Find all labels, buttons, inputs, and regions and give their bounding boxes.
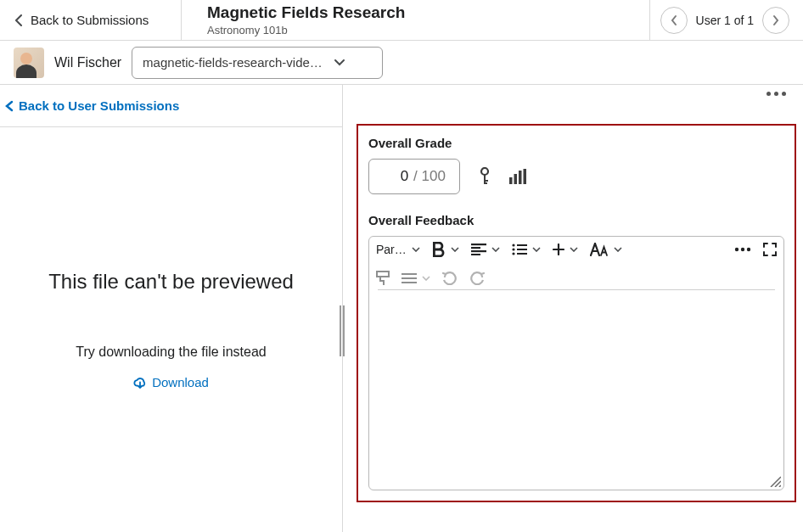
assignment-title-block: Magnetic Fields Research Astronomy 101b (182, 0, 649, 40)
expand-icon (763, 243, 777, 256)
fullscreen-button[interactable] (763, 243, 777, 256)
undo-button[interactable] (442, 272, 458, 285)
back-label: Back to Submissions (31, 13, 149, 27)
svg-rect-17 (517, 253, 527, 255)
svg-rect-7 (524, 169, 527, 184)
insert-dropdown[interactable] (553, 244, 578, 255)
bold-dropdown[interactable] (432, 242, 459, 257)
preview-error-subtext: Try downloading the file instead (76, 344, 266, 360)
dots-icon (734, 247, 751, 252)
file-select-text: magnetic-fields-research-vide… (143, 55, 323, 70)
editor-toolbar: Par… (369, 237, 783, 289)
dots-icon (766, 92, 771, 96)
font-dropdown[interactable] (590, 243, 622, 256)
undo-icon (442, 272, 458, 285)
svg-point-18 (735, 248, 738, 251)
grade-input[interactable] (383, 168, 408, 185)
svg-rect-13 (517, 244, 527, 246)
download-link[interactable]: Download (133, 375, 209, 389)
svg-rect-21 (377, 272, 389, 277)
feedback-editor: Par… (368, 236, 784, 490)
chevron-down-icon (491, 247, 500, 252)
preview-error-title: This file can't be previewed (48, 270, 294, 294)
course-name: Astronomy 101b (207, 24, 649, 36)
assignment-title: Magnetic Fields Research (207, 3, 649, 23)
svg-rect-11 (471, 254, 480, 255)
chevron-left-icon (15, 14, 22, 26)
align-dropdown[interactable] (471, 244, 500, 255)
svg-rect-24 (402, 282, 417, 283)
svg-point-14 (512, 248, 514, 250)
svg-rect-6 (519, 171, 522, 184)
chevron-left-icon (670, 14, 678, 26)
bar-chart-icon (509, 169, 526, 184)
back-user-sub-label: Back to User Submissions (19, 98, 179, 113)
svg-rect-15 (517, 249, 527, 250)
svg-rect-9 (471, 247, 480, 249)
grade-denominator: / 100 (413, 168, 446, 185)
preview-area: This file can't be previewed Try downloa… (0, 127, 342, 532)
svg-point-0 (481, 168, 488, 175)
rubric-key-button[interactable] (479, 167, 491, 186)
grade-stats-button[interactable] (509, 169, 526, 184)
chevron-down-icon (334, 59, 345, 66)
prev-user-button[interactable] (660, 7, 688, 34)
svg-rect-4 (509, 177, 513, 184)
bold-icon (432, 242, 446, 257)
svg-rect-3 (484, 182, 487, 184)
font-icon (590, 243, 609, 256)
svg-point-19 (741, 248, 744, 251)
svg-point-20 (747, 248, 750, 251)
paragraph-style-dropdown[interactable]: Par… (376, 243, 420, 256)
line-spacing-icon (402, 273, 417, 283)
redo-icon (469, 272, 485, 285)
svg-point-16 (512, 252, 514, 255)
avatar (14, 48, 44, 78)
list-dropdown[interactable] (512, 244, 541, 255)
svg-rect-2 (484, 180, 488, 182)
format-painter-button[interactable] (376, 271, 390, 286)
align-left-icon (471, 244, 486, 255)
resize-handle-icon[interactable] (769, 475, 781, 487)
grade-input-box[interactable]: / 100 (368, 159, 460, 194)
plus-icon (553, 244, 564, 255)
download-cloud-icon (133, 376, 147, 389)
user-counter: User 1 of 1 (696, 14, 754, 27)
svg-rect-22 (402, 273, 417, 275)
line-spacing-dropdown[interactable] (402, 273, 430, 283)
user-name: Wil Fischer (54, 55, 121, 70)
chevron-down-icon (412, 247, 420, 252)
chevron-down-icon (532, 247, 541, 252)
chevron-down-icon (570, 247, 578, 252)
svg-rect-8 (471, 244, 486, 245)
chevron-down-icon (451, 247, 459, 252)
paragraph-label: Par… (376, 243, 407, 256)
chevron-down-icon (422, 276, 430, 281)
feedback-textarea[interactable] (378, 297, 775, 483)
svg-rect-10 (471, 250, 486, 252)
next-user-button[interactable] (762, 7, 789, 34)
overall-grade-label: Overall Grade (368, 136, 784, 150)
download-label: Download (152, 375, 209, 389)
back-to-submissions-link[interactable]: Back to Submissions (0, 0, 182, 40)
svg-rect-5 (514, 174, 518, 184)
chevron-down-icon (614, 247, 622, 252)
grading-panel: Overall Grade / 100 (357, 124, 796, 502)
overall-feedback-label: Overall Feedback (368, 213, 784, 227)
key-icon (479, 167, 491, 186)
more-actions-button[interactable] (766, 92, 786, 96)
svg-point-12 (512, 244, 514, 246)
chevron-left-icon (5, 100, 14, 112)
format-painter-icon (376, 271, 390, 286)
file-select-dropdown[interactable]: magnetic-fields-research-vide… (132, 47, 383, 79)
bullet-list-icon (512, 244, 527, 255)
redo-button[interactable] (469, 272, 485, 285)
chevron-right-icon (772, 14, 780, 26)
back-to-user-submissions-link[interactable]: Back to User Submissions (0, 85, 342, 127)
more-toolbar-button[interactable] (734, 247, 751, 252)
svg-rect-23 (402, 277, 417, 279)
